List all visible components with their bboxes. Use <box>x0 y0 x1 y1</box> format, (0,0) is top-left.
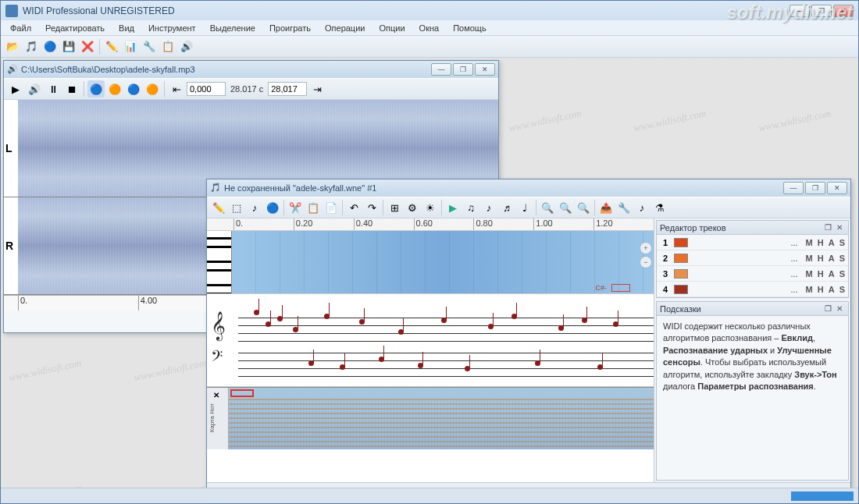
track-row[interactable]: 1...MHAS <box>657 235 848 250</box>
grid-icon[interactable]: ⊞ <box>386 199 403 216</box>
track-btn-s[interactable]: S <box>839 254 845 263</box>
undo-icon[interactable]: ↶ <box>345 199 362 216</box>
note[interactable] <box>324 314 330 319</box>
seek-start-icon[interactable]: ⇤ <box>168 80 185 98</box>
maximize-button[interactable]: ❐ <box>811 5 832 17</box>
erase-icon[interactable]: 🔵 <box>264 199 281 216</box>
menu-file[interactable]: Файл <box>4 22 37 34</box>
play-icon[interactable]: ▶ <box>7 80 24 98</box>
note[interactable] <box>441 318 447 323</box>
time-start-input[interactable] <box>187 82 226 96</box>
note[interactable] <box>398 329 404 335</box>
marker-a-icon[interactable]: 🔵 <box>87 80 105 98</box>
paste-icon[interactable]: 📄 <box>323 199 340 216</box>
pause-icon[interactable]: ⏸ <box>45 80 62 98</box>
track-menu[interactable]: ... <box>691 285 803 294</box>
marker-b-icon[interactable]: 🟠 <box>106 80 123 98</box>
play-icon[interactable]: ▶ <box>444 199 462 216</box>
editor-minimize-button[interactable]: — <box>783 182 804 194</box>
menu-edit[interactable]: Редактировать <box>39 22 111 34</box>
zoom-out-icon[interactable]: 🔍 <box>557 199 574 216</box>
note[interactable] <box>418 363 423 368</box>
panel-dock-icon[interactable]: ❐ <box>822 304 834 313</box>
note[interactable] <box>597 364 603 370</box>
note-marker-box[interactable] <box>611 284 630 292</box>
note[interactable] <box>511 314 517 319</box>
track-color-swatch[interactable] <box>674 285 688 294</box>
menu-play[interactable]: Проиграть <box>263 22 317 34</box>
note[interactable] <box>277 316 283 321</box>
pianoroll-close-icon[interactable]: ✕ <box>213 391 219 399</box>
panel-close-icon[interactable]: ✕ <box>834 304 845 313</box>
editor-maximize-button[interactable]: ❐ <box>805 182 825 194</box>
track-btn-s[interactable]: S <box>839 269 845 279</box>
note[interactable] <box>340 364 345 370</box>
piano-keys[interactable] <box>207 231 232 293</box>
copy-icon[interactable]: 📋 <box>305 199 322 216</box>
audio-close-button[interactable]: ✕ <box>475 63 495 76</box>
pianoroll-notes[interactable] <box>229 399 654 449</box>
note[interactable] <box>488 324 494 329</box>
note[interactable] <box>308 360 314 366</box>
time-end-input[interactable] <box>268 82 307 96</box>
pencil-icon[interactable]: ✏️ <box>103 38 120 55</box>
score-view[interactable]: 𝄞 𝄢 <box>207 293 654 387</box>
menu-view[interactable]: Вид <box>112 22 141 34</box>
editor-titlebar[interactable]: 🎵 Не сохраненный "adele-skyfall.wne" #1 … <box>207 179 850 197</box>
note[interactable] <box>266 321 271 327</box>
analyze-icon[interactable]: ⚗ <box>651 199 668 216</box>
play-note-icon[interactable]: ♫ <box>462 199 479 216</box>
menu-instrument[interactable]: Инструмент <box>142 22 202 34</box>
select-icon[interactable]: ⬚ <box>228 199 245 216</box>
track-menu[interactable]: ... <box>691 238 803 247</box>
track-row[interactable]: 2...MHAS <box>657 250 848 266</box>
close-button[interactable]: ✕ <box>833 5 854 17</box>
open-icon[interactable]: 📂 <box>4 38 21 55</box>
track-btn-m[interactable]: M <box>806 269 813 279</box>
tools-icon[interactable]: 🔧 <box>141 38 158 55</box>
spectrogram[interactable]: C#- <box>207 231 654 293</box>
track-editor-header[interactable]: Редактор треков ❐ ✕ <box>657 221 848 235</box>
menu-operations[interactable]: Операции <box>319 22 371 34</box>
play-track-icon[interactable]: ♪ <box>480 199 497 216</box>
menu-options[interactable]: Опции <box>372 22 411 34</box>
cut-icon[interactable]: ✂️ <box>287 199 304 216</box>
panel-close-icon[interactable]: ✕ <box>834 223 845 232</box>
audio-maximize-button[interactable]: ❐ <box>453 63 473 76</box>
seek-end-icon[interactable]: ⇥ <box>308 80 326 98</box>
redo-icon[interactable]: ↷ <box>363 199 380 216</box>
panel-dock-icon[interactable]: ❐ <box>822 223 834 232</box>
track-menu[interactable]: ... <box>691 254 803 263</box>
menu-selection[interactable]: Выделение <box>204 22 262 34</box>
zoom-fit-icon[interactable]: 🔍 <box>575 199 592 216</box>
track-color-swatch[interactable] <box>674 269 688 279</box>
track-color-swatch[interactable] <box>674 238 688 247</box>
note[interactable] <box>293 327 298 332</box>
speaker-icon[interactable]: 🔊 <box>178 38 195 55</box>
main-titlebar[interactable]: WIDI Professional UNREGISTERED — ❐ ✕ <box>1 1 858 20</box>
menu-help[interactable]: Помощь <box>447 22 493 34</box>
editor-close-button[interactable]: ✕ <box>827 182 847 194</box>
pianoroll-cursor[interactable] <box>230 389 254 397</box>
zoom-in-icon[interactable]: 🔍 <box>539 199 556 216</box>
track-btn-h[interactable]: H <box>818 254 824 263</box>
pianoroll[interactable]: ✕ Карта Нот <box>207 387 654 449</box>
save-icon[interactable]: 💾 <box>60 38 77 55</box>
track-btn-a[interactable]: A <box>829 269 835 279</box>
delete-icon[interactable]: ❌ <box>79 38 96 55</box>
export-icon[interactable]: 📋 <box>159 38 176 55</box>
audio-titlebar[interactable]: 🔊 C:\Users\SoftBuka\Desktop\adele-skyfal… <box>4 61 498 78</box>
pencil-icon[interactable]: ✏️ <box>210 199 227 216</box>
hints-header[interactable]: Подсказки ❐ ✕ <box>657 302 848 316</box>
zoom-v-in-icon[interactable]: + <box>640 242 652 254</box>
marker-d-icon[interactable]: 🟠 <box>144 80 161 98</box>
track-btn-s[interactable]: S <box>839 285 845 294</box>
zoom-v-out-icon[interactable]: − <box>640 256 652 268</box>
note[interactable] <box>359 319 365 325</box>
minimize-button[interactable]: — <box>789 5 810 17</box>
play-all-icon[interactable]: ♬ <box>498 199 515 216</box>
record-icon[interactable]: 🔵 <box>41 38 59 55</box>
track-menu[interactable]: ... <box>691 269 803 279</box>
track-color-swatch[interactable] <box>674 254 688 263</box>
menu-windows[interactable]: Окна <box>413 22 446 34</box>
